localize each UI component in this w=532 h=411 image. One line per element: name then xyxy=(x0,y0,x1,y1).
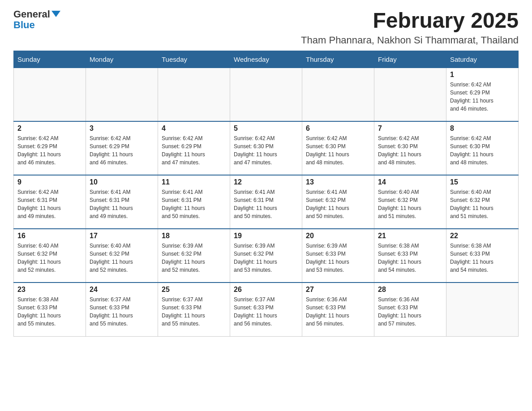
day-info: Sunrise: 6:38 AMSunset: 6:33 PMDaylight:… xyxy=(17,295,82,328)
calendar-cell: 8Sunrise: 6:42 AMSunset: 6:30 PMDaylight… xyxy=(446,121,519,175)
day-info: Sunrise: 6:38 AMSunset: 6:33 PMDaylight:… xyxy=(378,242,442,274)
calendar-cell: 7Sunrise: 6:42 AMSunset: 6:30 PMDaylight… xyxy=(374,121,446,175)
calendar-cell: 9Sunrise: 6:42 AMSunset: 6:31 PMDaylight… xyxy=(14,175,86,229)
day-info: Sunrise: 6:42 AMSunset: 6:30 PMDaylight:… xyxy=(306,134,370,167)
day-info: Sunrise: 6:37 AMSunset: 6:33 PMDaylight:… xyxy=(90,295,154,328)
day-info: Sunrise: 6:40 AMSunset: 6:32 PMDaylight:… xyxy=(90,242,154,274)
calendar-cell: 3Sunrise: 6:42 AMSunset: 6:29 PMDaylight… xyxy=(86,121,158,175)
weekday-header-monday: Monday xyxy=(86,51,158,68)
day-number: 8 xyxy=(450,124,515,133)
calendar-header-row: SundayMondayTuesdayWednesdayThursdayFrid… xyxy=(14,51,519,68)
day-info: Sunrise: 6:41 AMSunset: 6:32 PMDaylight:… xyxy=(306,188,370,220)
day-info: Sunrise: 6:38 AMSunset: 6:33 PMDaylight:… xyxy=(450,242,515,274)
day-number: 26 xyxy=(234,286,298,294)
day-info: Sunrise: 6:42 AMSunset: 6:31 PMDaylight:… xyxy=(17,188,82,220)
weekday-header-saturday: Saturday xyxy=(446,51,519,68)
day-number: 28 xyxy=(378,286,442,294)
day-info: Sunrise: 6:37 AMSunset: 6:33 PMDaylight:… xyxy=(234,295,298,328)
day-info: Sunrise: 6:41 AMSunset: 6:31 PMDaylight:… xyxy=(234,188,298,220)
day-number: 13 xyxy=(306,178,370,186)
calendar-week-row: 23Sunrise: 6:38 AMSunset: 6:33 PMDayligh… xyxy=(14,283,519,336)
calendar-cell: 24Sunrise: 6:37 AMSunset: 6:33 PMDayligh… xyxy=(86,283,158,336)
day-number: 7 xyxy=(378,124,442,133)
weekday-header-thursday: Thursday xyxy=(302,51,374,68)
day-number: 14 xyxy=(378,178,442,186)
calendar-cell: 11Sunrise: 6:41 AMSunset: 6:31 PMDayligh… xyxy=(158,175,230,229)
day-info: Sunrise: 6:40 AMSunset: 6:32 PMDaylight:… xyxy=(450,188,515,220)
day-number: 19 xyxy=(234,232,298,240)
calendar-cell: 25Sunrise: 6:37 AMSunset: 6:33 PMDayligh… xyxy=(158,283,230,336)
day-info: Sunrise: 6:42 AMSunset: 6:29 PMDaylight:… xyxy=(450,81,515,113)
day-number: 17 xyxy=(90,232,154,240)
day-info: Sunrise: 6:39 AMSunset: 6:33 PMDaylight:… xyxy=(306,242,370,274)
day-number: 27 xyxy=(306,286,370,294)
calendar-cell: 27Sunrise: 6:36 AMSunset: 6:33 PMDayligh… xyxy=(302,283,374,336)
calendar-cell xyxy=(302,68,374,121)
month-title: February 2025 xyxy=(301,9,519,33)
calendar-cell: 4Sunrise: 6:42 AMSunset: 6:29 PMDaylight… xyxy=(158,121,230,175)
calendar-cell: 19Sunrise: 6:39 AMSunset: 6:32 PMDayligh… xyxy=(230,229,302,283)
calendar-cell xyxy=(374,68,446,121)
calendar-cell: 20Sunrise: 6:39 AMSunset: 6:33 PMDayligh… xyxy=(302,229,374,283)
calendar-cell: 18Sunrise: 6:39 AMSunset: 6:32 PMDayligh… xyxy=(158,229,230,283)
logo-triangle-icon xyxy=(51,11,60,17)
day-info: Sunrise: 6:41 AMSunset: 6:31 PMDaylight:… xyxy=(90,188,154,220)
calendar-cell: 2Sunrise: 6:42 AMSunset: 6:29 PMDaylight… xyxy=(14,121,86,175)
day-number: 16 xyxy=(17,232,82,240)
day-info: Sunrise: 6:36 AMSunset: 6:33 PMDaylight:… xyxy=(306,295,370,328)
day-info: Sunrise: 6:42 AMSunset: 6:30 PMDaylight:… xyxy=(234,134,298,167)
day-number: 18 xyxy=(162,232,226,240)
weekday-header-friday: Friday xyxy=(374,51,446,68)
calendar-cell xyxy=(446,283,519,336)
day-info: Sunrise: 6:40 AMSunset: 6:32 PMDaylight:… xyxy=(378,188,442,220)
page-header: General Blue February 2025 Tham Phannara… xyxy=(13,9,519,46)
calendar-cell: 10Sunrise: 6:41 AMSunset: 6:31 PMDayligh… xyxy=(86,175,158,229)
title-section: February 2025 Tham Phannara, Nakhon Si T… xyxy=(301,9,519,46)
calendar-cell xyxy=(158,68,230,121)
calendar-cell xyxy=(86,68,158,121)
weekday-header-tuesday: Tuesday xyxy=(158,51,230,68)
calendar-cell: 13Sunrise: 6:41 AMSunset: 6:32 PMDayligh… xyxy=(302,175,374,229)
day-number: 11 xyxy=(162,178,226,186)
day-info: Sunrise: 6:36 AMSunset: 6:33 PMDaylight:… xyxy=(378,295,442,328)
calendar-cell: 1Sunrise: 6:42 AMSunset: 6:29 PMDaylight… xyxy=(446,68,519,121)
day-number: 10 xyxy=(90,178,154,186)
calendar-cell: 14Sunrise: 6:40 AMSunset: 6:32 PMDayligh… xyxy=(374,175,446,229)
day-info: Sunrise: 6:41 AMSunset: 6:31 PMDaylight:… xyxy=(162,188,226,220)
location-title: Tham Phannara, Nakhon Si Thammarat, Thai… xyxy=(301,34,519,46)
calendar-cell: 15Sunrise: 6:40 AMSunset: 6:32 PMDayligh… xyxy=(446,175,519,229)
day-number: 15 xyxy=(450,178,515,186)
day-number: 9 xyxy=(17,178,82,186)
day-number: 24 xyxy=(90,286,154,294)
day-number: 4 xyxy=(162,124,226,133)
logo: General Blue xyxy=(13,9,60,30)
day-number: 5 xyxy=(234,124,298,133)
calendar-cell: 22Sunrise: 6:38 AMSunset: 6:33 PMDayligh… xyxy=(446,229,519,283)
calendar-week-row: 9Sunrise: 6:42 AMSunset: 6:31 PMDaylight… xyxy=(14,175,519,229)
calendar-cell: 6Sunrise: 6:42 AMSunset: 6:30 PMDaylight… xyxy=(302,121,374,175)
calendar-cell: 21Sunrise: 6:38 AMSunset: 6:33 PMDayligh… xyxy=(374,229,446,283)
day-info: Sunrise: 6:42 AMSunset: 6:29 PMDaylight:… xyxy=(17,134,82,167)
day-info: Sunrise: 6:39 AMSunset: 6:32 PMDaylight:… xyxy=(234,242,298,274)
day-number: 20 xyxy=(306,232,370,240)
day-number: 12 xyxy=(234,178,298,186)
day-info: Sunrise: 6:40 AMSunset: 6:32 PMDaylight:… xyxy=(17,242,82,274)
day-info: Sunrise: 6:42 AMSunset: 6:29 PMDaylight:… xyxy=(162,134,226,167)
calendar-cell xyxy=(230,68,302,121)
calendar-cell: 5Sunrise: 6:42 AMSunset: 6:30 PMDaylight… xyxy=(230,121,302,175)
day-info: Sunrise: 6:42 AMSunset: 6:29 PMDaylight:… xyxy=(90,134,154,167)
day-number: 23 xyxy=(17,286,82,294)
day-number: 21 xyxy=(378,232,442,240)
calendar-table: SundayMondayTuesdayWednesdayThursdayFrid… xyxy=(13,51,519,337)
day-info: Sunrise: 6:42 AMSunset: 6:30 PMDaylight:… xyxy=(378,134,442,167)
calendar-week-row: 16Sunrise: 6:40 AMSunset: 6:32 PMDayligh… xyxy=(14,229,519,283)
calendar-cell: 26Sunrise: 6:37 AMSunset: 6:33 PMDayligh… xyxy=(230,283,302,336)
calendar-week-row: 1Sunrise: 6:42 AMSunset: 6:29 PMDaylight… xyxy=(14,68,519,121)
weekday-header-sunday: Sunday xyxy=(14,51,86,68)
day-info: Sunrise: 6:42 AMSunset: 6:30 PMDaylight:… xyxy=(450,134,515,167)
calendar-cell xyxy=(14,68,86,121)
day-info: Sunrise: 6:39 AMSunset: 6:32 PMDaylight:… xyxy=(162,242,226,274)
logo-blue-text: Blue xyxy=(13,20,35,30)
weekday-header-wednesday: Wednesday xyxy=(230,51,302,68)
day-number: 2 xyxy=(17,124,82,133)
